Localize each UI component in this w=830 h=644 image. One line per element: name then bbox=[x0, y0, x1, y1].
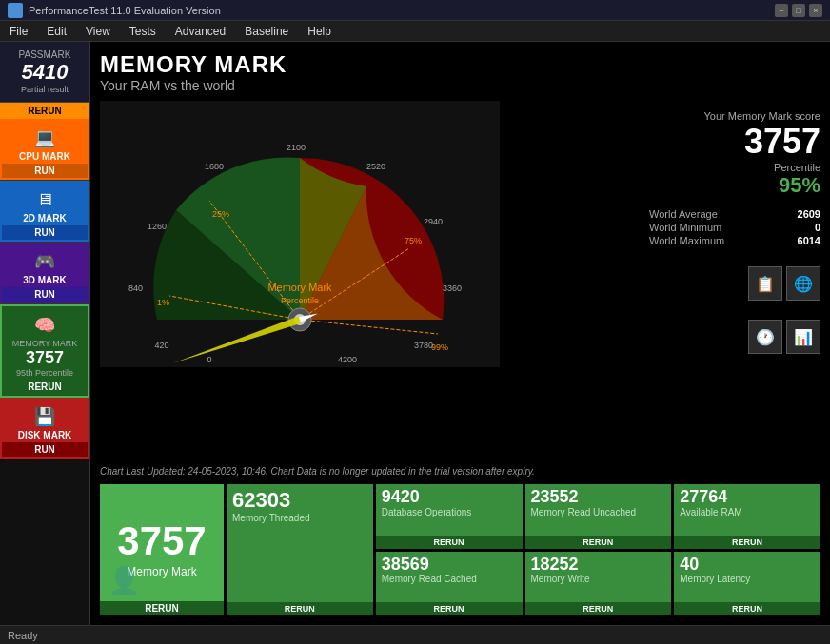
tile-mem-latency-value: 40 bbox=[680, 556, 815, 575]
menu-file[interactable]: File bbox=[0, 23, 37, 40]
menu-baseline[interactable]: Baseline bbox=[235, 23, 298, 40]
cpu-run-button[interactable]: RUN bbox=[2, 164, 88, 178]
tile-mem-read-cached-value: 38569 bbox=[382, 556, 517, 575]
tile-mem-threaded-label: Memory Threaded bbox=[232, 513, 367, 523]
world-min-row: World Minimum 0 bbox=[649, 221, 820, 234]
tile-mem-latency-label: Memory Latency bbox=[680, 574, 815, 585]
disk-run-button[interactable]: RUN bbox=[2, 442, 88, 457]
app-icon bbox=[8, 3, 23, 18]
score-panel: Your Memory Mark score 3757 Percentile 9… bbox=[649, 101, 820, 462]
percentile-label: Percentile bbox=[704, 162, 820, 173]
passmark-partial: Partial result bbox=[4, 85, 86, 94]
menu-tests[interactable]: Tests bbox=[120, 23, 166, 40]
sidebar-item-2d[interactable]: 🖥 2D MARK RUN bbox=[0, 181, 89, 243]
content-area: MEMORY MARK Your RAM vs the world bbox=[90, 42, 830, 625]
tile-mem-read-uncached-label: Memory Read Uncached bbox=[531, 507, 666, 518]
3d-run-button[interactable]: RUN bbox=[2, 287, 88, 302]
sidebar-item-3d[interactable]: 🎮 3D MARK RUN bbox=[0, 243, 89, 304]
tile-mem-write-label: Memory Write bbox=[531, 574, 666, 585]
tile-database-ops-label: Database Operations bbox=[382, 507, 517, 518]
tile-database-ops-value: 9420 bbox=[382, 488, 517, 507]
chart-notice: Chart Last Updated: 24-05-2023, 10:46. C… bbox=[100, 466, 820, 477]
stats-table: World Average 2609 World Minimum 0 World… bbox=[649, 207, 820, 247]
chart-icon-button[interactable]: 📊 bbox=[786, 320, 820, 354]
tile-memory-write: 18252 Memory Write RERUN bbox=[525, 552, 672, 616]
world-max-value: 6014 bbox=[798, 235, 820, 246]
title-bar: PerformanceTest 11.0 Evaluation Version … bbox=[0, 0, 830, 21]
menu-help[interactable]: Help bbox=[298, 23, 341, 40]
gauge-icon-button[interactable]: 🕐 bbox=[748, 320, 782, 354]
tile-available-ram-rerun[interactable]: RERUN bbox=[674, 536, 820, 549]
3d-mark-label: 3D MARK bbox=[23, 275, 67, 285]
tile-available-ram-value: 27764 bbox=[680, 488, 815, 507]
svg-text:25%: 25% bbox=[212, 209, 229, 219]
svg-text:2940: 2940 bbox=[424, 217, 443, 226]
close-button[interactable]: × bbox=[809, 4, 822, 17]
status-text: Ready bbox=[8, 630, 38, 641]
svg-text:99%: 99% bbox=[431, 342, 448, 352]
menu-advanced[interactable]: Advanced bbox=[166, 23, 235, 40]
main-layout: PASSMARK 5410 Partial result RERUN 💻 CPU… bbox=[0, 42, 830, 625]
tile-mem-latency-rerun[interactable]: RERUN bbox=[674, 602, 820, 615]
title-bar-text: PerformanceTest 11.0 Evaluation Version bbox=[29, 5, 221, 16]
sidebar-item-memory[interactable]: 🧠 MEMORY MARK 3757 95th Percentile RERUN bbox=[0, 304, 89, 398]
tile-database-ops-rerun[interactable]: RERUN bbox=[376, 536, 523, 549]
world-max-label: World Maximum bbox=[649, 235, 724, 246]
passmark-score: 5410 bbox=[4, 60, 86, 85]
sidebar-passmark: PASSMARK 5410 Partial result bbox=[0, 42, 89, 103]
menu-bar: File Edit View Tests Advanced Baseline H… bbox=[0, 21, 830, 42]
svg-text:2520: 2520 bbox=[366, 162, 385, 171]
main-tile-rerun-button[interactable]: RERUN bbox=[100, 601, 224, 615]
tile-available-ram: 27764 Available RAM RERUN bbox=[674, 484, 820, 549]
tile-mem-write-rerun[interactable]: RERUN bbox=[525, 602, 672, 615]
save-icon-button[interactable]: 📋 bbox=[748, 266, 782, 301]
cpu-icon: 💻 bbox=[28, 125, 62, 151]
passmark-rerun-button[interactable]: RERUN bbox=[0, 103, 89, 119]
memory-icon: 🧠 bbox=[28, 312, 62, 339]
gauge-area: 2100 2520 2940 3360 3780 4200 1680 1260 … bbox=[100, 101, 820, 462]
tile-mem-threaded-value: 62303 bbox=[232, 488, 367, 513]
tiles-grid: 9420 Database Operations RERUN 23552 Mem… bbox=[227, 484, 820, 615]
world-avg-row: World Average 2609 bbox=[649, 207, 820, 221]
cpu-mark-label: CPU MARK bbox=[19, 151, 70, 162]
svg-text:Memory Mark: Memory Mark bbox=[267, 282, 332, 293]
tile-mem-write-value: 18252 bbox=[531, 556, 666, 575]
menu-edit[interactable]: Edit bbox=[37, 23, 76, 40]
main-tile-score: 3757 bbox=[117, 521, 206, 561]
sidebar-item-cpu[interactable]: 💻 CPU MARK RUN bbox=[0, 119, 89, 181]
minimize-button[interactable]: − bbox=[775, 4, 788, 17]
menu-view[interactable]: View bbox=[76, 23, 120, 40]
world-avg-label: World Average bbox=[649, 208, 718, 220]
svg-text:840: 840 bbox=[128, 283, 143, 293]
memory-rerun-button[interactable]: RERUN bbox=[4, 380, 86, 394]
tile-database-ops: 9420 Database Operations RERUN bbox=[376, 484, 523, 549]
disk-icon: 💾 bbox=[28, 403, 62, 430]
main-score-tile: 👤 3757 Memory Mark RERUN bbox=[100, 484, 224, 615]
memory-percentile: 95th Percentile bbox=[16, 368, 73, 378]
tile-memory-threaded: 62303 Memory Threaded RERUN bbox=[227, 484, 373, 615]
svg-text:3360: 3360 bbox=[443, 283, 462, 293]
tile-mem-read-cached-rerun[interactable]: RERUN bbox=[376, 602, 523, 615]
right-icon-row: 📋 🌐 bbox=[748, 266, 820, 301]
svg-text:4200: 4200 bbox=[338, 355, 357, 364]
svg-text:2100: 2100 bbox=[287, 143, 306, 152]
maximize-button[interactable]: □ bbox=[792, 4, 805, 17]
world-icon-button[interactable]: 🌐 bbox=[786, 266, 820, 301]
2d-run-button[interactable]: RUN bbox=[2, 225, 88, 240]
tile-memory-read-uncached: 23552 Memory Read Uncached RERUN bbox=[525, 484, 672, 549]
tile-mem-read-uncached-rerun[interactable]: RERUN bbox=[525, 536, 672, 549]
tile-mem-read-cached-label: Memory Read Cached bbox=[382, 574, 517, 585]
gauge-svg: 2100 2520 2940 3360 3780 4200 1680 1260 … bbox=[100, 101, 500, 367]
memory-mark-score: 3757 bbox=[26, 348, 64, 368]
passmark-label: PASSMARK bbox=[4, 49, 86, 60]
sidebar-item-disk[interactable]: 💾 DISK MARK RUN bbox=[0, 398, 89, 459]
tile-mem-read-uncached-value: 23552 bbox=[531, 488, 666, 507]
svg-text:1260: 1260 bbox=[148, 222, 167, 231]
2d-mark-label: 2D MARK bbox=[23, 213, 67, 224]
memory-tile-icon: 👤 bbox=[108, 565, 141, 596]
tile-memory-read-cached: 38569 Memory Read Cached RERUN bbox=[376, 552, 523, 616]
score-panel-value: 3757 bbox=[704, 122, 820, 162]
status-bar: Ready bbox=[0, 625, 830, 644]
tile-mem-threaded-rerun[interactable]: RERUN bbox=[227, 602, 373, 615]
svg-text:1%: 1% bbox=[157, 298, 169, 307]
